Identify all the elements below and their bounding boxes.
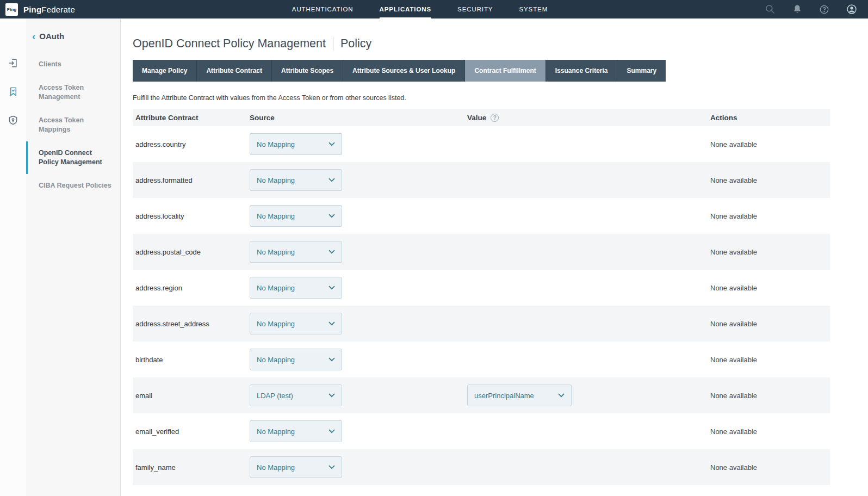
source-select[interactable]: No Mapping xyxy=(250,277,342,299)
search-icon[interactable] xyxy=(765,4,776,15)
select-value: No Mapping xyxy=(257,248,295,256)
source-cell: No Mapping xyxy=(247,313,464,334)
sidebar: ‹ OAuth ClientsAccess Token ManagementAc… xyxy=(26,18,121,496)
tab-issuance-criteria[interactable]: Issuance Criteria xyxy=(546,60,618,82)
title-divider xyxy=(333,37,333,51)
nav-security[interactable]: SECURITY xyxy=(457,0,493,18)
attribute-name: email_verified xyxy=(133,427,247,436)
table-row: address.localityNo MappingNone available xyxy=(133,198,830,234)
col-actions: Actions xyxy=(708,114,830,122)
chevron-left-icon: ‹ xyxy=(32,32,35,40)
brand-bold: Ping xyxy=(23,5,41,14)
attribute-name: family_name xyxy=(133,463,247,472)
value-help-icon[interactable]: ? xyxy=(491,114,499,122)
back-link[interactable]: ‹ OAuth xyxy=(26,32,120,41)
layout: ‹ OAuth ClientsAccess Token ManagementAc… xyxy=(0,18,868,496)
icon-rail xyxy=(0,18,26,496)
source-cell: No Mapping xyxy=(247,277,464,299)
chevron-down-icon xyxy=(328,286,335,290)
table-row: address.formattedNo MappingNone availabl… xyxy=(133,162,830,198)
actions-value: None available xyxy=(708,176,830,184)
topbar-icons xyxy=(765,4,857,15)
page-title: OpenID Connect Policy Management Policy xyxy=(133,37,830,51)
sidebar-items: ClientsAccess Token ManagementAccess Tok… xyxy=(26,53,120,197)
source-select[interactable]: No Mapping xyxy=(250,313,342,334)
applications-icon[interactable] xyxy=(8,86,18,97)
authentication-icon[interactable] xyxy=(8,58,18,69)
source-cell: No Mapping xyxy=(247,241,464,263)
source-cell: No Mapping xyxy=(247,420,464,442)
chevron-down-icon xyxy=(558,393,565,398)
sidebar-item-clients[interactable]: Clients xyxy=(26,53,120,76)
main-content: OpenID Connect Policy Management Policy … xyxy=(121,18,868,496)
source-select[interactable]: No Mapping xyxy=(250,349,342,370)
source-select[interactable]: No Mapping xyxy=(250,169,342,191)
value-cell: userPrincipalName xyxy=(464,385,708,406)
source-select[interactable]: No Mapping xyxy=(250,456,342,478)
page-subtitle: Policy xyxy=(340,37,371,51)
attribute-name: birthdate xyxy=(133,356,247,364)
sidebar-item-openid-connect-policy-management[interactable]: OpenID Connect Policy Management xyxy=(26,141,120,174)
actions-value: None available xyxy=(708,356,830,364)
attribute-name: address.street_address xyxy=(133,320,247,328)
select-value: No Mapping xyxy=(257,320,295,328)
tab-attribute-contract[interactable]: Attribute Contract xyxy=(197,60,272,82)
actions-value: None available xyxy=(708,212,830,220)
tab-manage-policy[interactable]: Manage Policy xyxy=(133,60,197,82)
brand: Ping PingFederate xyxy=(5,3,75,16)
col-value-label: Value xyxy=(467,114,486,122)
source-cell: No Mapping xyxy=(247,169,464,191)
sidebar-item-ciba-request-policies[interactable]: CIBA Request Policies xyxy=(26,174,120,197)
ping-logo: Ping xyxy=(5,3,18,16)
tab-attribute-sources-user-lookup[interactable]: Attribute Sources & User Lookup xyxy=(343,60,465,82)
source-cell: No Mapping xyxy=(247,456,464,478)
description: Fulfill the Attribute Contract with valu… xyxy=(133,94,830,102)
attribute-name: address.locality xyxy=(133,212,247,220)
chevron-down-icon xyxy=(328,321,335,326)
tab-bar: Manage PolicyAttribute ContractAttribute… xyxy=(133,60,830,82)
notifications-icon[interactable] xyxy=(792,4,802,14)
attribute-name: email xyxy=(133,392,247,400)
security-icon[interactable] xyxy=(8,115,18,126)
help-icon[interactable] xyxy=(819,4,829,15)
table-row: family_nameNo MappingNone available xyxy=(133,449,830,485)
tab-contract-fulfillment[interactable]: Contract Fulfillment xyxy=(465,60,545,82)
chevron-down-icon xyxy=(328,357,335,362)
source-cell: LDAP (test) xyxy=(247,385,464,406)
select-value: No Mapping xyxy=(257,284,295,292)
table-row: birthdateNo MappingNone available xyxy=(133,342,830,377)
actions-value: None available xyxy=(708,463,830,472)
attribute-name: address.country xyxy=(133,140,247,148)
select-value: No Mapping xyxy=(257,463,295,472)
nav-authentication[interactable]: AUTHENTICATION xyxy=(292,0,354,18)
account-icon[interactable] xyxy=(846,4,857,15)
actions-value: None available xyxy=(708,248,830,256)
select-value: No Mapping xyxy=(257,427,295,436)
chevron-down-icon xyxy=(328,429,335,433)
brand-text: PingFederate xyxy=(23,5,75,14)
select-value: LDAP (test) xyxy=(257,392,293,400)
sidebar-item-access-token-mappings[interactable]: Access Token Mappings xyxy=(26,109,120,141)
source-select[interactable]: No Mapping xyxy=(250,241,342,263)
source-select[interactable]: No Mapping xyxy=(250,205,342,227)
nav-system[interactable]: SYSTEM xyxy=(519,0,548,18)
back-label: OAuth xyxy=(39,32,64,41)
actions-value: None available xyxy=(708,140,830,148)
nav-applications[interactable]: APPLICATIONS xyxy=(380,0,432,18)
select-value: userPrincipalName xyxy=(474,392,534,400)
topbar: Ping PingFederate AUTHENTICATIONAPPLICAT… xyxy=(0,0,868,18)
value-select[interactable]: userPrincipalName xyxy=(467,385,572,406)
source-select[interactable]: No Mapping xyxy=(250,420,342,442)
actions-value: None available xyxy=(708,320,830,328)
page-title-text: OpenID Connect Policy Management xyxy=(133,37,326,51)
chevron-down-icon xyxy=(328,142,335,146)
source-cell: No Mapping xyxy=(247,205,464,227)
table-row: address.postal_codeNo MappingNone availa… xyxy=(133,234,830,270)
chevron-down-icon xyxy=(328,178,335,182)
tab-attribute-scopes[interactable]: Attribute Scopes xyxy=(272,60,343,82)
sidebar-item-access-token-management[interactable]: Access Token Management xyxy=(26,76,120,109)
source-select[interactable]: LDAP (test) xyxy=(250,385,342,406)
source-select[interactable]: No Mapping xyxy=(250,133,342,155)
select-value: No Mapping xyxy=(257,176,295,184)
tab-summary[interactable]: Summary xyxy=(617,60,666,82)
